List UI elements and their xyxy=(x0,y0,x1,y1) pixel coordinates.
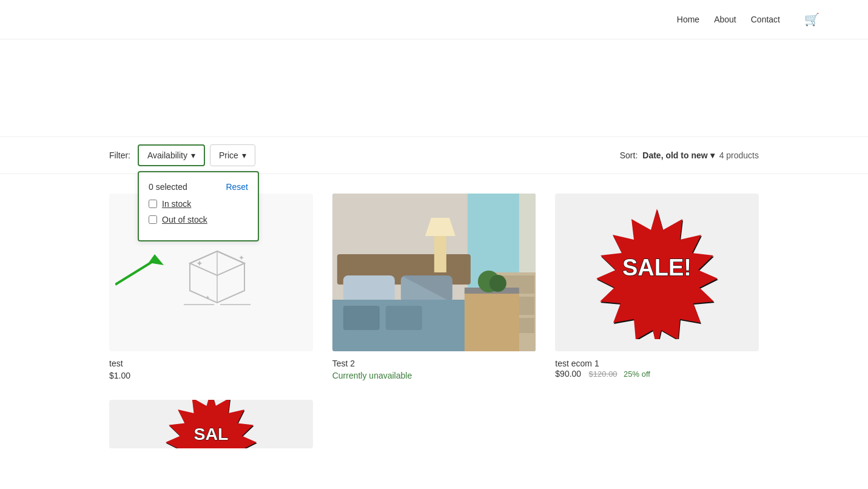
product-name-1: test xyxy=(109,359,313,368)
product-card-3[interactable]: SALE! test ecom 1 $90.00 $120.00 25% off xyxy=(555,194,759,380)
sort-button[interactable]: Date, old to new ▾ xyxy=(642,150,714,160)
out-of-stock-label: Out of stock xyxy=(162,215,207,224)
filter-label: Filter: xyxy=(109,150,130,160)
product-price-3: $90.00 xyxy=(555,369,581,379)
product-image-4: SAL xyxy=(109,400,313,448)
reset-link[interactable]: Reset xyxy=(226,182,248,192)
availability-chevron-icon: ▾ xyxy=(191,150,195,160)
svg-rect-22 xyxy=(385,306,422,330)
svg-point-32 xyxy=(489,275,506,292)
nav-about[interactable]: About xyxy=(714,15,736,24)
availability-label: Availability xyxy=(147,150,187,160)
selected-count: 0 selected xyxy=(149,182,187,192)
nav-contact[interactable]: Contact xyxy=(751,15,780,24)
nav: Home About Contact 🛒 xyxy=(677,12,819,27)
product-discount-3: 25% off xyxy=(624,369,650,379)
sort-section: Sort: Date, old to new ▾ 4 products xyxy=(620,150,759,160)
price-filter-button[interactable]: Price ▾ xyxy=(210,144,255,166)
sort-label: Sort: xyxy=(620,150,638,160)
in-stock-label: In stock xyxy=(162,199,191,209)
sort-chevron-icon: ▾ xyxy=(710,150,715,160)
filter-buttons: Availability ▾ 0 selected Reset In stock… xyxy=(138,144,255,166)
sale-badge-svg: SALE! xyxy=(584,206,730,339)
filter-bar: Filter: Availability ▾ 0 selected Reset … xyxy=(0,137,868,174)
box-svg: ✦ ✦ ✦ xyxy=(178,233,257,312)
product-image-3: SALE! xyxy=(555,194,759,351)
out-of-stock-option[interactable]: Out of stock xyxy=(149,215,248,224)
availability-dropdown: 0 selected Reset In stock Out of stock xyxy=(138,171,259,241)
arrow-icon xyxy=(115,254,170,291)
bedroom-illustration xyxy=(332,194,536,351)
product-card-4[interactable]: SAL xyxy=(109,400,313,448)
availability-filter-button[interactable]: Availability ▾ xyxy=(138,144,205,166)
svg-text:✦: ✦ xyxy=(238,254,244,262)
product-image-2 xyxy=(332,194,536,351)
product-price-1: $1.00 xyxy=(109,371,313,380)
nav-home[interactable]: Home xyxy=(677,15,699,24)
product-price-row-3: $90.00 $120.00 25% off xyxy=(555,368,759,379)
in-stock-checkbox[interactable] xyxy=(149,200,157,208)
svg-rect-23 xyxy=(434,236,446,272)
header: Home About Contact 🛒 xyxy=(0,0,868,39)
product-unavailable-2: Currently unavailable xyxy=(332,371,536,380)
svg-text:SAL: SAL xyxy=(193,424,228,443)
product-original-price-3: $120.00 xyxy=(589,369,617,379)
product-card-2[interactable]: Test 2 Currently unavailable xyxy=(332,194,536,380)
svg-rect-17 xyxy=(343,275,394,303)
price-label: Price xyxy=(219,150,238,160)
svg-rect-21 xyxy=(343,306,379,330)
hero-area xyxy=(0,39,868,137)
sale-badge-svg-2: SAL xyxy=(150,400,272,448)
svg-text:SALE!: SALE! xyxy=(622,255,691,280)
in-stock-option[interactable]: In stock xyxy=(149,199,248,209)
sort-value: Date, old to new xyxy=(642,150,707,160)
dropdown-header: 0 selected Reset xyxy=(149,182,248,192)
product-name-3: test ecom 1 xyxy=(555,359,759,368)
product-count: 4 products xyxy=(719,150,759,160)
svg-rect-29 xyxy=(464,291,519,351)
product-name-2: Test 2 xyxy=(332,359,536,368)
svg-text:✦: ✦ xyxy=(196,258,203,268)
products-section: ✦ ✦ ✦ test $1.00 xyxy=(0,174,868,468)
svg-text:✦: ✦ xyxy=(205,294,210,301)
svg-line-0 xyxy=(115,260,155,285)
out-of-stock-checkbox[interactable] xyxy=(149,215,157,224)
price-chevron-icon: ▾ xyxy=(242,150,246,160)
cart-icon[interactable]: 🛒 xyxy=(804,12,819,27)
